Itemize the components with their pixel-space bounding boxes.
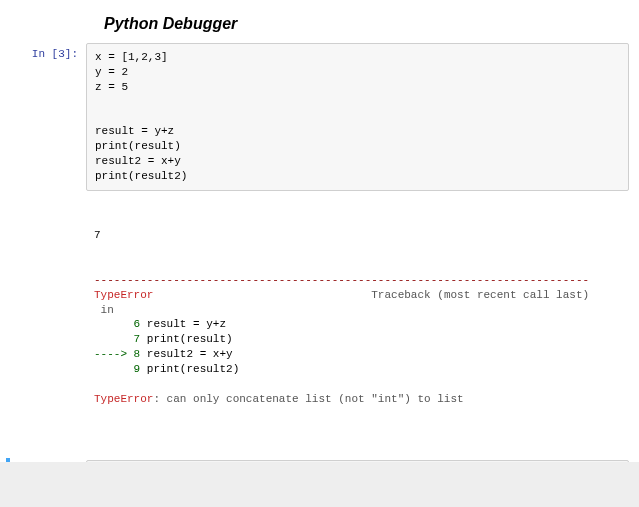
markdown-cell: Python Debugger	[104, 15, 629, 33]
cell-output: 7 --------------------------------------…	[86, 195, 629, 441]
notebook-container: Python Debugger In [3]: x = [1,2,3] y = …	[0, 0, 639, 507]
page-title: Python Debugger	[104, 15, 629, 33]
code-input[interactable]: x = [1,2,3] y = 2 z = 5 result = y+z pri…	[86, 43, 629, 191]
input-prompt: In [3]:	[10, 43, 86, 191]
code-cell-executed: In [3]: x = [1,2,3] y = 2 z = 5 result =…	[10, 41, 629, 193]
stdout-line: 7	[94, 228, 621, 243]
error-traceback: ----------------------------------------…	[94, 273, 621, 407]
footer-area	[0, 462, 639, 507]
